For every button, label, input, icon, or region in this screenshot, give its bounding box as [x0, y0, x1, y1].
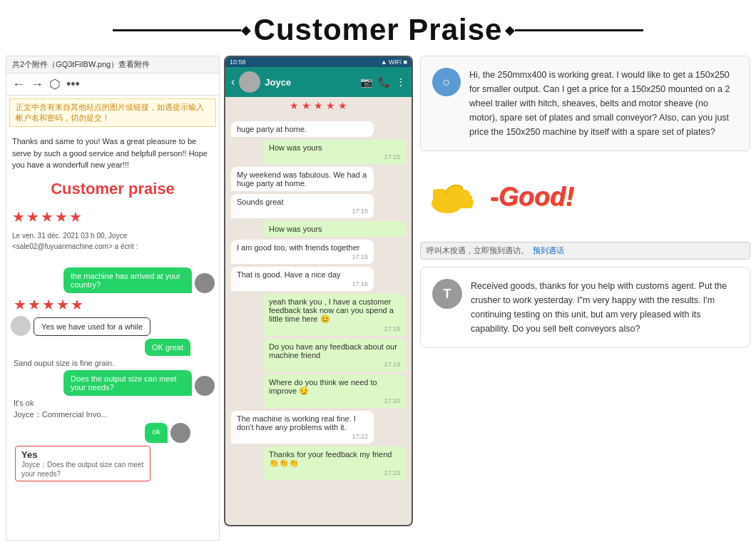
inquiry-box: ○ Hi, the 250mmx400 is working great. I …: [420, 56, 750, 151]
page-header: Customer Praise: [0, 0, 756, 56]
wa-msg-8: Do you have any feedback about our machi…: [263, 339, 406, 372]
wa-msg-6: That is good. Have a nice day 17:16: [231, 267, 374, 291]
avatar-machine-2: [195, 376, 215, 396]
file-label: Joyce：Commercial Invo...: [11, 409, 215, 420]
testimonial-box: T Received goods, thanks for you help wi…: [420, 267, 750, 348]
chat-message-5: ok: [11, 423, 215, 443]
email-body: Thanks and same to you! Was a great plea…: [6, 130, 219, 260]
forward-icon[interactable]: →: [31, 77, 44, 92]
wa-stars: ★ ★ ★ ★ ★: [225, 100, 412, 111]
attachment-label: 共2个附件（GQ3tFiIBW.png）查看附件: [12, 60, 150, 68]
wa-contact-name: Joyce: [265, 77, 291, 88]
wa-chat-messages: huge party at home. How was yours 17:15 …: [225, 114, 412, 526]
wa-header: ‹ Joyce 📷 📞 ⋮: [225, 67, 412, 97]
email-body-text: Thanks and same to you! Was a great plea…: [12, 137, 208, 169]
wa-msg-5: I am good too, with friends together 17:…: [231, 240, 374, 264]
yes-title: Yes: [21, 449, 144, 460]
wa-msg-11: Thanks for your feedback my friend 👏👏👏 1…: [263, 446, 406, 480]
right-panel: ○ Hi, the 250mmx400 is working great. I …: [420, 56, 750, 552]
email-attachment-bar: 共2个附件（GQ3tFiIBW.png）查看附件: [6, 56, 219, 73]
chat-message-4: Does the output size can meet your needs…: [11, 370, 215, 396]
email-warning: 正文中含有来自其他站点的图片或链接，如遇提示输入帐户名和密码，切勿提交！: [9, 98, 216, 127]
chat-message-1: the machine has arrived at your country?: [11, 267, 215, 293]
wa-msg-1: How was yours 17:15: [263, 140, 406, 164]
wa-action-icons: 📷 📞 ⋮: [360, 76, 406, 88]
wa-signal: ▲ WiFi ■: [381, 58, 407, 66]
wa-msg-3: Sounds great 17:15: [231, 194, 374, 218]
good-section: -Good!: [420, 158, 750, 235]
page-title: Customer Praise: [254, 13, 503, 47]
wechat-call-bar: 呼叫木按遇，立即预到遇访。 预到遇话: [420, 242, 750, 260]
wa-time: 10:58: [230, 58, 246, 66]
wa-back-icon[interactable]: ‹: [231, 76, 235, 88]
email-from: Le ven. 31 déc. 2021 03 h 00, Joyce <sal…: [12, 230, 213, 252]
wa-msg-2: My weekend was fabulous. We had a huge p…: [231, 167, 374, 191]
main-content: 共2个附件（GQ3tFiIBW.png）查看附件 ← → ⬡ ••• 正文中含有…: [0, 56, 756, 552]
bubble-machine-arrived: the machine has arrived at your country?: [63, 267, 192, 293]
wa-video-icon[interactable]: 📷: [360, 76, 372, 88]
inquiry-text: Hi, the 250mmx400 is working great. I wo…: [469, 68, 738, 139]
yes-box: Yes Joyce：Does the output size can meet …: [15, 446, 150, 481]
wa-msg-9: Where do you think we need to improve 😏 …: [263, 374, 406, 408]
middle-panel: 10:58 ▲ WiFi ■ ‹ Joyce 📷 📞 ⋮ ★ ★ ★ ★ ★ h…: [224, 56, 413, 552]
wechat-call-link[interactable]: 预到遇话: [533, 245, 564, 256]
avatar-machine: [195, 273, 215, 293]
back-icon[interactable]: ←: [12, 77, 25, 92]
wa-msg-7: yeah thank you , I have a customer feedb…: [263, 294, 406, 336]
wa-call-icon[interactable]: 📞: [378, 76, 390, 88]
wa-msg-10: The machine is working real fine. I don'…: [231, 411, 374, 444]
static-ok: It's ok: [11, 399, 215, 407]
wa-msg-4: How was yours: [263, 221, 406, 237]
bubble-ok-great: OK great: [145, 339, 190, 356]
chat-message-3: OK great: [11, 339, 215, 356]
email-toolbar: ← → ⬡ •••: [6, 73, 219, 96]
praise-title: Customer praise: [12, 177, 213, 200]
chat-area: the machine has arrived at your country?…: [6, 260, 219, 489]
bubble-output-size: Does the output size can meet your needs…: [63, 370, 192, 396]
testimonial-text: Received goods, thanks for you help with…: [471, 279, 738, 336]
archive-icon[interactable]: ⬡: [49, 76, 61, 92]
static-sand: Sand ouput size is fine grain.: [11, 359, 215, 367]
wa-status-bar: 10:58 ▲ WiFi ■: [225, 57, 412, 67]
left-panel: 共2个附件（GQ3tFiIBW.png）查看附件 ← → ⬡ ••• 正文中含有…: [6, 56, 220, 541]
wa-msg-0: huge party at home.: [231, 121, 374, 137]
wechat-call-text: 呼叫木按遇，立即预到遇访。: [426, 245, 528, 256]
chat-message-2: Yes we have used for a while: [11, 316, 215, 336]
whatsapp-phone: 10:58 ▲ WiFi ■ ‹ Joyce 📷 📞 ⋮ ★ ★ ★ ★ ★ h…: [224, 56, 413, 526]
bubble-used-for-while: Yes we have used for a while: [34, 317, 150, 336]
wa-more-icon[interactable]: ⋮: [396, 76, 406, 88]
thumbs-up-icon: [426, 164, 483, 229]
bubble-ok: ok: [145, 423, 168, 443]
stars-chat: ★★★★★: [14, 296, 215, 313]
testimonial-avatar: T: [432, 279, 462, 309]
more-icon[interactable]: •••: [66, 77, 80, 92]
header-line-left: [113, 29, 241, 31]
wa-contact-avatar: [239, 71, 260, 93]
stars-rating: ★★★★★: [12, 206, 213, 228]
svg-rect-1: [433, 189, 446, 208]
yes-sub: Joyce：Does the output size can meet your…: [21, 460, 144, 478]
good-label: -Good!: [490, 182, 574, 212]
user-icon: ○: [432, 68, 461, 96]
avatar-machine-3: [170, 423, 190, 443]
avatar-customer: [11, 316, 31, 336]
header-line-right: [515, 29, 643, 31]
